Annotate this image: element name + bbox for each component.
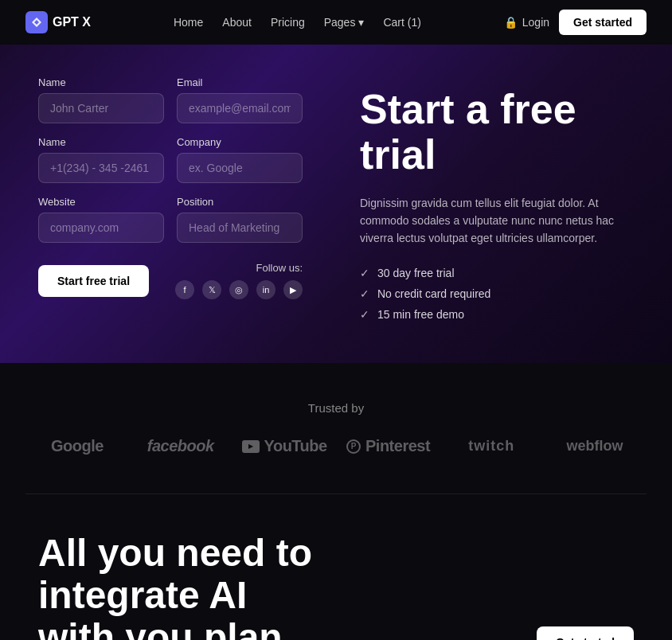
- position-input[interactable]: [177, 213, 303, 243]
- hero-content: Start a free trial Dignissim gravida cum…: [334, 45, 672, 363]
- brand-webflow: webflow: [543, 438, 647, 455]
- youtube-icon[interactable]: ▶: [283, 280, 303, 299]
- form-actions: Start free trial Follow us: f 𝕏 ◎ in ▶: [38, 262, 303, 299]
- feature-3: ✓ 15 min free demo: [360, 308, 640, 321]
- hero-section: Name Email Name Company Website: [0, 45, 672, 363]
- navbar: GPT X Home About Pricing Pages ▾ Cart (1…: [0, 0, 672, 45]
- position-group: Position: [177, 196, 303, 243]
- logo-text: GPT X: [53, 15, 91, 29]
- instagram-icon[interactable]: ◎: [229, 280, 248, 299]
- nav-home[interactable]: Home: [174, 16, 203, 29]
- nav-links: Home About Pricing Pages ▾ Cart (1): [174, 16, 421, 29]
- check-icon-2: ✓: [360, 287, 369, 300]
- get-started-button[interactable]: Get started: [559, 10, 647, 35]
- company-group: Company: [177, 136, 303, 183]
- trusted-label: Trusted by: [25, 401, 647, 415]
- hero-form: Name Email Name Company Website: [0, 45, 334, 363]
- brand-facebook: facebook: [129, 437, 232, 455]
- name-input[interactable]: [38, 93, 164, 123]
- lock-icon: 🔒: [504, 16, 518, 29]
- nav-right: 🔒 Login Get started: [504, 10, 647, 35]
- follow-us: Follow us: f 𝕏 ◎ in ▶: [175, 262, 303, 299]
- email-input[interactable]: [177, 93, 303, 123]
- feature-1: ✓ 30 day free trial: [360, 267, 640, 279]
- hero-title: Start a free trial: [360, 87, 640, 178]
- brand-pinterest: P Pinterest: [337, 437, 440, 455]
- trusted-section: Trusted by Google facebook ▶ YouTube P P…: [0, 363, 672, 494]
- follow-label: Follow us:: [256, 262, 303, 274]
- check-icon-1: ✓: [360, 267, 369, 279]
- name-group: Name: [38, 76, 164, 123]
- brand-twitch: twitch: [440, 438, 543, 455]
- brand-google: Google: [25, 437, 129, 455]
- email-label: Email: [177, 76, 303, 88]
- website-input[interactable]: [38, 213, 164, 243]
- brands-row: Google facebook ▶ YouTube P Pinterest tw…: [25, 437, 647, 455]
- feature-2: ✓ No credit card required: [360, 287, 640, 300]
- check-icon-3: ✓: [360, 308, 369, 321]
- hero-features: ✓ 30 day free trial ✓ No credit card req…: [360, 267, 640, 321]
- website-group: Website: [38, 196, 164, 243]
- pinterest-brand-icon: P: [346, 439, 361, 454]
- facebook-icon[interactable]: f: [175, 280, 194, 299]
- phone-group: Name: [38, 136, 164, 183]
- name-label: Name: [38, 76, 164, 88]
- bottom-section: All you need to integrate AI with you pl…: [0, 494, 672, 640]
- chevron-down-icon: ▾: [358, 16, 364, 29]
- email-group: Email: [177, 76, 303, 123]
- social-icons: f 𝕏 ◎ in ▶: [175, 280, 303, 299]
- hero-description: Dignissim gravida cum tellus elit feugia…: [360, 194, 640, 248]
- phone-label: Name: [38, 136, 164, 148]
- form-row-3: Website Position: [38, 196, 303, 243]
- company-label: Company: [177, 136, 303, 148]
- youtube-brand-icon: ▶: [242, 440, 260, 453]
- nav-cart[interactable]: Cart (1): [383, 16, 420, 29]
- form-row-1: Name Email: [38, 76, 303, 123]
- website-label: Website: [38, 196, 164, 208]
- bottom-title: All you need to integrate AI with you pl…: [38, 533, 420, 640]
- logo[interactable]: GPT X: [25, 11, 91, 33]
- company-input[interactable]: [177, 153, 303, 183]
- bottom-get-started-button[interactable]: Get started: [537, 626, 634, 640]
- nav-pages-dropdown[interactable]: Pages ▾: [324, 16, 365, 29]
- start-trial-button[interactable]: Start free trial: [38, 265, 149, 297]
- login-button[interactable]: 🔒 Login: [504, 16, 549, 29]
- twitter-icon[interactable]: 𝕏: [202, 280, 221, 299]
- nav-about[interactable]: About: [222, 16, 252, 29]
- form-row-2: Name Company: [38, 136, 303, 183]
- position-label: Position: [177, 196, 303, 208]
- linkedin-icon[interactable]: in: [256, 280, 275, 299]
- logo-icon: [25, 11, 48, 33]
- nav-pricing[interactable]: Pricing: [271, 16, 305, 29]
- brand-youtube: ▶ YouTube: [232, 437, 337, 455]
- phone-input[interactable]: [38, 153, 164, 183]
